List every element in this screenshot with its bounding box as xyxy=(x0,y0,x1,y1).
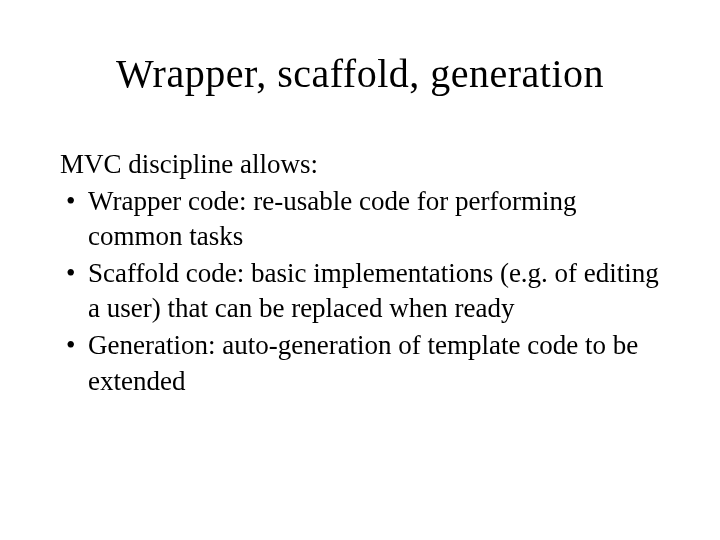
slide-title: Wrapper, scaffold, generation xyxy=(60,50,660,97)
bullet-list: Wrapper code: re-usable code for perform… xyxy=(60,184,660,399)
intro-text: MVC discipline allows: xyxy=(60,147,660,182)
list-item: Generation: auto-generation of template … xyxy=(60,328,660,398)
list-item: Scaffold code: basic implementations (e.… xyxy=(60,256,660,326)
list-item: Wrapper code: re-usable code for perform… xyxy=(60,184,660,254)
